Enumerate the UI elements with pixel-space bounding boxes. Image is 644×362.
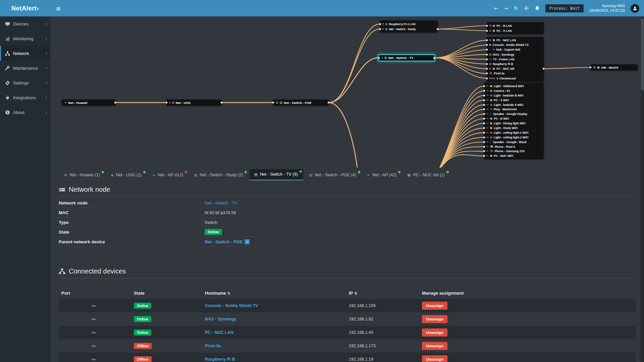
tab-net-switch-tv-9[interactable]: ▤Net - Switch - TV (9) <box>249 169 303 180</box>
tab-net-switch-study-2[interactable]: ▤Net - Switch - Study (2) <box>190 170 249 180</box>
device-row[interactable]: None◖Chromecast <box>487 76 544 81</box>
device-row[interactable]: ≈▣PC - NUC WiFi <box>484 154 544 158</box>
tab-label: Net - Switch - TV (9) <box>260 172 298 177</box>
cell-ip: 192.168.1.105 <box>346 299 419 312</box>
detail-link[interactable]: Net - Switch - TV <box>205 200 237 205</box>
tab-net-usg-1[interactable]: ◈Net - USG (1) <box>106 170 147 180</box>
pc-icon: ▣ <box>493 24 495 27</box>
device-row[interactable]: ≈♪Speaker - Google Display <box>484 112 544 116</box>
ethernet-icon: ⊟ <box>489 67 491 70</box>
device-row[interactable]: ▭TV - Frame LAN <box>487 57 544 62</box>
cell-state: Offline <box>131 339 202 353</box>
tab-net-ap-old[interactable]: ≈Net - AP OLD <box>148 170 189 180</box>
tab-net-switch-poe-4[interactable]: ▤Net - Switch - POE (4) <box>305 170 362 180</box>
connector <box>379 28 381 30</box>
forward-arrow-icon[interactable]: → <box>504 5 508 11</box>
device-row[interactable]: ◆Console - Nvidia Shield TV <box>487 43 544 47</box>
hostname-link[interactable]: NAS - Synology <box>205 317 236 321</box>
hub-icon: ∗ <box>493 48 495 51</box>
pc-icon: ▣ <box>493 39 495 42</box>
device-row[interactable]: ≈☎Phone - Pixel 6 <box>484 144 544 149</box>
app-logo[interactable]: NetAlertx <box>0 0 50 16</box>
detail-link[interactable]: Net - Switch - POE <box>205 239 243 244</box>
user-avatar[interactable] <box>631 4 639 13</box>
state-badge: Online <box>134 316 151 322</box>
move-icon[interactable] <box>524 6 529 11</box>
unassign-button[interactable]: Unassign <box>422 302 447 310</box>
device-row[interactable]: ⊟▣PC - S LAN <box>487 28 544 33</box>
refresh-icon[interactable]: ↻ <box>514 5 518 11</box>
unassign-button[interactable]: Unassign <box>422 315 447 323</box>
connector <box>486 58 488 60</box>
sort-icon[interactable]: ⇅ <box>227 291 230 296</box>
tab-net-ap-42[interactable]: ≈Net - AP (42) <box>363 170 402 180</box>
wifi-icon: ≈ <box>486 89 489 92</box>
hostname-link[interactable]: PC - NUC LAN <box>205 330 233 335</box>
connector <box>483 95 485 96</box>
detail-label: MAC <box>59 210 205 215</box>
hostname-link[interactable]: Raspberry Pi B <box>205 357 235 362</box>
node-usg[interactable]: 3⊕Net - USG <box>166 100 222 106</box>
tab-pc-nuc-old-1[interactable]: ▣PC - NUC old (1) <box>403 170 450 180</box>
sidebar-item-devices[interactable]: Devices‹ <box>0 16 50 31</box>
back-arrow-icon[interactable]: ← <box>494 5 498 11</box>
device-row[interactable]: ≈●Light - ceiling-light-1 WiFi <box>484 130 544 135</box>
unassign-button[interactable]: Unassign <box>422 342 447 350</box>
notifications-bell-icon[interactable] <box>535 6 540 11</box>
device-row[interactable]: ≈◉Camera - E1 <box>484 88 544 93</box>
sidebar-item-monitoring[interactable]: Monitoring‹ <box>0 31 50 46</box>
external-link-icon[interactable]: ↗ <box>245 239 250 244</box>
sort-icon[interactable]: ⇅ <box>354 291 357 296</box>
node-tv[interactable]: 4▤Net - Switch - TV <box>378 54 435 61</box>
wifi-icon: ≈ <box>486 113 489 115</box>
unassign-button[interactable]: Unassign <box>422 328 447 337</box>
sidebar-item-settings[interactable]: Settings‹ <box>0 75 50 90</box>
sidebar-item-integrations[interactable]: Integrations‹ <box>0 90 50 105</box>
state-badge: Online <box>205 229 222 235</box>
device-row[interactable]: ⊟▣PC - B LAN <box>487 23 544 28</box>
node-vm[interactable]: ⊟▣VM - NixOS <box>590 64 638 70</box>
sidebar-item-network[interactable]: Network‹ <box>0 46 50 61</box>
device-row[interactable]: ≈♪Speaker - Google - Black <box>484 140 544 144</box>
scrollbar-thumb[interactable] <box>641 18 644 90</box>
hostname-link[interactable]: Pixel-3a <box>205 344 221 348</box>
device-label: Camera - E1 <box>494 89 510 93</box>
device-row[interactable]: ☎Pixel-3a <box>487 71 544 76</box>
host-timestamp: (26/06/2024, 14:22:16) <box>589 8 625 13</box>
node-huawei[interactable]: ≈Net - Huawei <box>62 100 115 106</box>
unassign-button[interactable]: Unassign <box>422 355 447 362</box>
tab-net-huawei-1[interactable]: ⊕Net - Huawei (1) <box>60 170 105 180</box>
device-row[interactable]: ≈●Light - bedside B WiFi <box>484 93 544 98</box>
sidebar-toggle-button[interactable]: ≡ <box>50 0 66 16</box>
device-row[interactable]: ≈●Light - Dining light WiFi <box>484 121 544 126</box>
sidebar-item-about[interactable]: About‹ <box>0 105 50 120</box>
device-row[interactable]: ≈▣PC - B WiFi <box>484 116 544 121</box>
device-row[interactable]: ⊟▣PC - NUC LAN <box>487 38 544 43</box>
device-row[interactable]: ◍Raspberry Pi B <box>487 62 544 66</box>
cell-state: Online <box>131 326 202 339</box>
table-row: N/AOnlineNAS - Synology192.168.1.82Unass… <box>59 312 636 326</box>
device-row[interactable]: ▤NAS - Synology <box>487 52 544 57</box>
column-header-ip[interactable]: IP⇅ <box>346 287 419 299</box>
wifi-icon: ≈ <box>486 94 489 97</box>
device-row[interactable]: −∗Hub - Cygnet Hub <box>487 47 544 52</box>
device-row[interactable]: ≈●Light - Sideboard WiFi <box>484 84 544 88</box>
page-scrollbar[interactable] <box>641 16 644 362</box>
device-row[interactable]: ≈▣PC - S WiFi <box>484 98 544 103</box>
sidebar-item-maintenance[interactable]: Maintenance‹ <box>0 61 50 75</box>
device-row[interactable]: 5◍Raspberry Pi 4 LAN <box>380 21 438 26</box>
process-status[interactable]: Process: Wait <box>545 4 584 12</box>
node-poe[interactable]: ⊟▤Net - Switch - POE <box>273 100 329 106</box>
device-row[interactable]: ≈●Light - ceiling-light-2 WiFi <box>484 135 544 140</box>
device-label: Raspberry Pi B <box>493 62 513 66</box>
device-row[interactable]: ⊟▣PC - NUC old <box>487 66 544 71</box>
device-row[interactable]: ≈●Light - Study WiFi <box>484 126 544 130</box>
hostname-link[interactable]: Console - Nvidia Shield TV <box>205 303 258 308</box>
device-row[interactable]: ≈●Light - bedside S WiFi <box>484 103 544 107</box>
device-row[interactable]: 3▤Net - Switch - Study <box>380 26 438 32</box>
sidebar-item-label: Devices <box>13 21 29 26</box>
device-row[interactable]: ≈☎Phone - Samsung S10 <box>484 149 544 154</box>
plug-icon: ↯ <box>490 108 492 111</box>
column-header-hostname[interactable]: Hostname⇅ <box>202 287 346 299</box>
device-row[interactable]: ≈↯Plug - Washroom <box>484 107 544 112</box>
